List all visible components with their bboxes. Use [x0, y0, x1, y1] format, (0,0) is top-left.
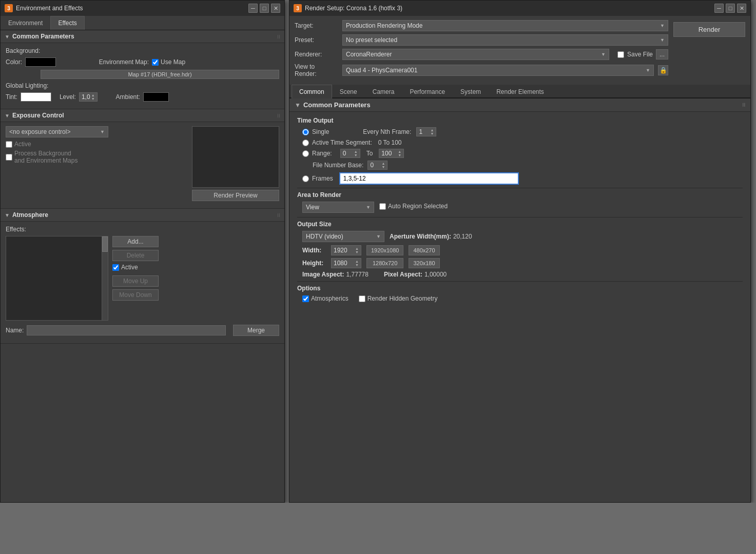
atmosphere-title: Atmosphere: [12, 211, 48, 219]
renderer-value: CoronaRenderer: [346, 51, 392, 58]
env-window-title: Environment and Effects: [16, 5, 245, 12]
renderer-dropdown[interactable]: CoronaRenderer ▼: [342, 49, 609, 60]
atmospherics-row: Atmospherics: [302, 295, 348, 302]
atmosphere-header[interactable]: ▼ Atmosphere ⁞⁞: [1, 209, 284, 222]
name-input[interactable]: [27, 325, 226, 335]
width-arrows[interactable]: ▲▼: [355, 247, 359, 254]
size-btn-1280[interactable]: 1280x720: [366, 258, 403, 268]
level-spinner[interactable]: ▲▼: [91, 93, 95, 101]
tab-environment[interactable]: Environment: [1, 16, 50, 30]
preset-dropdown[interactable]: No preset selected ▼: [342, 34, 668, 46]
env-window-controls: ─ □ ✕: [248, 4, 280, 13]
tab-system[interactable]: System: [453, 85, 489, 98]
close-button[interactable]: ✕: [271, 4, 280, 13]
active-row: Active: [6, 141, 187, 148]
process-bg-checkbox[interactable]: [6, 154, 12, 161]
save-file-label: Save File: [627, 51, 653, 58]
auto-region-checkbox[interactable]: [379, 203, 386, 210]
common-params-header[interactable]: ▼ Common Parameters ⁞⁞: [1, 30, 284, 43]
every-nth-arrows[interactable]: ▲▼: [430, 128, 434, 135]
exposure-control-header[interactable]: ▼ Exposure Control ⁞⁞: [1, 109, 284, 122]
more-button[interactable]: ...: [656, 49, 668, 60]
size-btn-1920[interactable]: 1920x1080: [366, 245, 403, 255]
file-number-arrows[interactable]: ▲▼: [381, 162, 385, 169]
use-map-checkbox[interactable]: [152, 59, 159, 66]
env-effects-window: 3 Environment and Effects ─ □ ✕ Environm…: [0, 0, 285, 503]
file-number-spinner[interactable]: 0 ▲▼: [367, 161, 387, 170]
view-dropdown[interactable]: Quad 4 - PhysCamera001 ▼: [342, 65, 654, 76]
tab-effects[interactable]: Effects: [50, 16, 84, 30]
width-spinner[interactable]: 1920 ▲▼: [331, 245, 361, 255]
bg-color-swatch[interactable]: [25, 57, 56, 67]
render-button[interactable]: Render: [673, 22, 745, 37]
range-to: 100: [381, 150, 397, 157]
and-env-label: and Environment Maps: [14, 157, 77, 164]
every-nth-spinner[interactable]: 1 ▲▼: [416, 127, 436, 136]
size-btn-480[interactable]: 480x270: [409, 245, 439, 255]
tab-performance[interactable]: Performance: [402, 85, 453, 98]
atmosphere-body: Effects: Add... Delete Active: [1, 222, 284, 343]
frames-input[interactable]: [339, 172, 519, 185]
range-from-arrows[interactable]: ▲▼: [354, 150, 358, 157]
range-to-spinner[interactable]: 100 ▲▼: [379, 149, 404, 158]
effects-scrollbar[interactable]: [102, 236, 108, 320]
single-radio[interactable]: [302, 129, 309, 135]
height-spinner[interactable]: 1080 ▲▼: [331, 258, 361, 268]
target-dropdown[interactable]: Production Rendering Mode ▼: [342, 20, 668, 31]
frames-radio[interactable]: [302, 175, 309, 182]
effects-list-area: Add... Delete Active Move Up Move Down: [6, 236, 279, 321]
move-down-button[interactable]: Move Down: [112, 289, 159, 301]
tab-common[interactable]: Common: [292, 85, 332, 98]
render-fields: Target: Production Rendering Mode ▼ Pres…: [295, 20, 668, 81]
render-minimize-button[interactable]: ─: [714, 4, 724, 13]
size-btn-320[interactable]: 320x180: [409, 258, 439, 268]
delete-button[interactable]: Delete: [112, 250, 159, 261]
tab-render-elements[interactable]: Render Elements: [489, 85, 552, 98]
range-row: Range: 0 ▲▼ To 100 ▲▼: [302, 149, 743, 158]
options-row: Atmospherics Render Hidden Geometry: [302, 295, 743, 304]
area-dropdown[interactable]: View ▼: [302, 202, 374, 213]
merge-button[interactable]: Merge: [233, 325, 279, 336]
image-aspect-label: Image Aspect:: [302, 271, 344, 278]
active-time-radio[interactable]: [302, 140, 309, 146]
save-file-checkbox[interactable]: [617, 51, 624, 58]
tab-scene[interactable]: Scene: [332, 85, 365, 98]
atmospherics-checkbox[interactable]: [302, 295, 309, 302]
pixel-aspect-label: Pixel Aspect:: [384, 271, 422, 278]
render-hidden-checkbox[interactable]: [359, 295, 365, 302]
hdtv-dropdown[interactable]: HDTV (video) ▼: [302, 231, 384, 242]
env-title-bar: 3 Environment and Effects ─ □ ✕: [1, 1, 284, 16]
height-arrows[interactable]: ▲▼: [355, 260, 359, 267]
hdtv-arrow: ▼: [376, 234, 381, 239]
minimize-button[interactable]: ─: [248, 4, 258, 13]
range-from-spinner[interactable]: 0 ▲▼: [340, 149, 360, 158]
render-close-button[interactable]: ✕: [737, 4, 746, 13]
move-up-button[interactable]: Move Up: [112, 275, 159, 287]
render-maximize-button[interactable]: □: [726, 4, 735, 13]
effects-label-row: Effects:: [6, 226, 279, 233]
add-button[interactable]: Add...: [112, 236, 159, 247]
atmosphere-active-checkbox[interactable]: [112, 264, 119, 271]
ambient-swatch[interactable]: [143, 92, 169, 102]
common-params-grip: ⁞⁞: [277, 34, 280, 39]
rs-section-arrow: ▼: [295, 102, 301, 109]
tint-swatch[interactable]: [21, 92, 51, 102]
render-preview-button[interactable]: Render Preview: [192, 190, 279, 201]
time-output-label: Time Output: [297, 117, 743, 124]
lock-icon[interactable]: 🔒: [658, 65, 668, 75]
range-to-arrows[interactable]: ▲▼: [398, 150, 401, 157]
map-button[interactable]: Map #17 (HDRI_free.hdr): [41, 70, 279, 79]
common-params-section: ▼ Common Parameters ⁞⁞ Background: Color…: [1, 30, 284, 109]
options-label: Options: [297, 285, 743, 292]
tab-camera[interactable]: Camera: [365, 85, 402, 98]
use-map-label: Use Map: [161, 58, 185, 66]
maximize-button[interactable]: □: [260, 4, 269, 13]
range-radio[interactable]: [302, 150, 309, 157]
active-checkbox[interactable]: [6, 141, 12, 148]
color-label: Color:: [6, 58, 22, 66]
range-label: Range:: [312, 150, 332, 157]
target-arrow: ▼: [660, 23, 665, 28]
effects-scrollbar-thumb[interactable]: [102, 236, 108, 252]
tint-label: Tint:: [6, 93, 17, 101]
rs-common-params-header[interactable]: ▼ Common Parameters ⁞⁞: [289, 98, 750, 112]
